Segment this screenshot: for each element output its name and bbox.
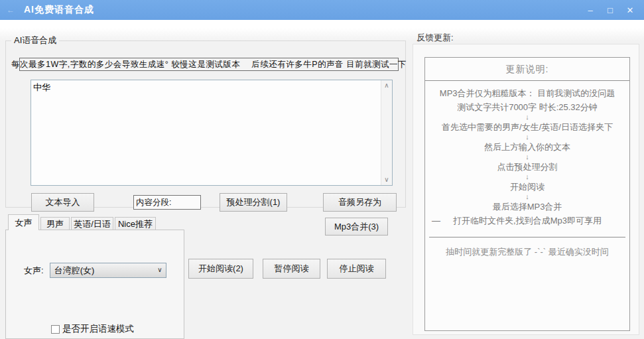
synth-groupbox: AI语音合成 每次最多1W字,字数的多少会导致生成速° 较慢这是测试版本 后续还… [5, 34, 406, 208]
notice-banner: 每次最多1W字,字数的多少会导致生成速° 较慢这是测试版本 后续还有许多牛P的声… [19, 58, 399, 71]
step-line: 最后选择MP3合并 [493, 200, 562, 214]
title-divider [425, 80, 629, 81]
start-reading-button[interactable]: 开始阅读(2) [188, 259, 253, 279]
feedback-panel: 更新说明: MP3合并仅为粗糙版本： 目前我测试的没问题 测试文字共计7000字… [413, 44, 639, 335]
step-line: 测试文字共计7000字 时长:25.32分钟 [457, 100, 598, 114]
pause-reading-button[interactable]: 暂停阅读 [263, 259, 320, 279]
window-title: AI免费语音合成 [24, 4, 94, 16]
voice-select-row: 女声: 台湾腔(女) ∨ [24, 263, 166, 278]
feedback-label: 反馈更新: [417, 32, 454, 44]
down-arrow-icon: ↓ [525, 134, 529, 140]
step-line: 然后上方输入你的文本 [484, 140, 570, 154]
segment-count-input[interactable]: 内容分段: [133, 195, 201, 210]
female-voice-label: 女声: [24, 265, 44, 277]
step-line: 开始阅读 [510, 180, 545, 194]
voice-selected-value: 台湾腔(女) [54, 265, 95, 277]
update-notes-box: 更新说明: MP3合并仅为粗糙版本： 目前我测试的没问题 测试文字共计7000字… [424, 57, 630, 331]
maximize-button[interactable]: □ [600, 0, 620, 20]
down-arrow-icon: ↓ [525, 174, 529, 180]
window-controls: – □ ✕ [580, 0, 644, 20]
scroll-up-icon[interactable]: ∧ [381, 81, 392, 90]
preprocess-split-button[interactable]: 预处理分割(1) [220, 193, 287, 212]
tab-female-voice[interactable]: 女声 [8, 214, 39, 230]
step-line: MP3合并仅为粗糙版本： 目前我测试的没问题 [440, 86, 615, 100]
tab-male-voice[interactable]: 男声 [40, 217, 70, 230]
speed-mode-checkbox[interactable] [51, 325, 60, 334]
import-text-button[interactable]: 文本导入 [31, 193, 94, 212]
stop-reading-button[interactable]: 停止阅读 [327, 259, 386, 279]
tab-nice-recommend[interactable]: Nice推荐 [115, 217, 156, 230]
dash-mark: — [432, 214, 440, 228]
section-divider [429, 237, 625, 237]
update-steps: MP3合并仅为粗糙版本： 目前我测试的没问题 测试文字共计7000字 时长:25… [425, 86, 629, 228]
speed-mode-row: 是否开启语速模式 [51, 323, 134, 335]
close-button[interactable]: ✕ [620, 0, 640, 20]
footer-note: 抽时间就更新完整版了 -`-` 最近确实没时间 [425, 246, 629, 258]
text-input-area[interactable]: 中华 ∧ ∨ [31, 80, 393, 186]
titlebar: ← AI免费语音合成 – □ ✕ [0, 0, 644, 20]
step-line: 打开临时文件夹,找到合成Mp3即可享用 [453, 216, 602, 226]
textarea-scrollbar[interactable]: ∧ ∨ [381, 80, 392, 185]
step-line: 点击预处理分割 [497, 160, 558, 174]
down-arrow-icon: ↓ [525, 194, 529, 200]
text-input-value[interactable]: 中华 [33, 82, 379, 184]
app-icon: ← [7, 5, 15, 15]
voice-select[interactable]: 台湾腔(女) ∨ [50, 263, 166, 278]
chevron-down-icon[interactable]: ∨ [157, 266, 162, 273]
voice-tab-panel: 女声: 台湾腔(女) ∨ 是否开启语速模式 [5, 230, 184, 339]
save-audio-button[interactable]: 音频另存为 [323, 193, 397, 212]
mp3-merge-button[interactable]: Mp3合并(3) [325, 218, 388, 236]
minimize-button[interactable]: – [580, 0, 600, 20]
update-notes-title: 更新说明: [425, 64, 629, 76]
scroll-down-icon[interactable]: ∨ [381, 175, 392, 184]
down-arrow-icon: ↓ [525, 154, 529, 160]
synth-group-label: AI语音合成 [11, 34, 59, 46]
tab-english-japanese[interactable]: 英语/日语 [71, 217, 113, 230]
step-line-with-dash: — 打开临时文件夹,找到合成Mp3即可享用 [425, 214, 629, 228]
step-line: 首先选中需要的男声/女生/英语/日语选择夹下 [442, 120, 613, 134]
speed-mode-label: 是否开启语速模式 [62, 323, 134, 335]
down-arrow-icon: ↓ [525, 114, 529, 120]
